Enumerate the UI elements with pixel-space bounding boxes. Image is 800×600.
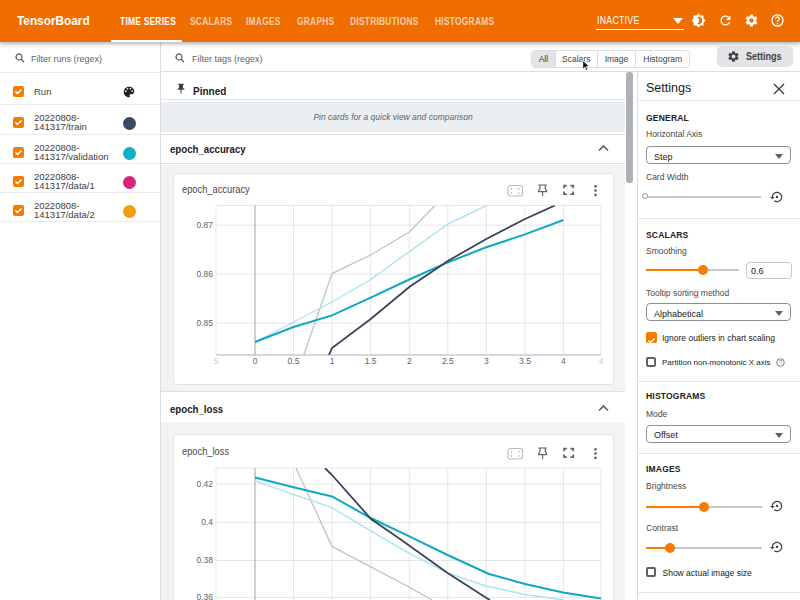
svg-text:0.5: 0.5 (288, 356, 300, 366)
svg-text:2.5: 2.5 (442, 356, 454, 366)
svg-text:1: 1 (330, 356, 335, 366)
svg-text:0.4: 0.4 (201, 517, 213, 527)
svg-text:0.36: 0.36 (196, 592, 213, 600)
svg-text:0.42: 0.42 (196, 479, 213, 489)
svg-text:0.87: 0.87 (196, 220, 213, 230)
svg-text:4: 4 (599, 356, 604, 366)
svg-text:4: 4 (561, 356, 566, 366)
svg-text:3.5: 3.5 (519, 356, 531, 366)
svg-text:0.86: 0.86 (196, 269, 213, 279)
svg-text:1.5: 1.5 (365, 356, 377, 366)
svg-text:0.38: 0.38 (196, 555, 213, 565)
svg-text:0.85: 0.85 (196, 318, 213, 328)
svg-text:3: 3 (484, 356, 489, 366)
svg-text:5: 5 (214, 356, 219, 366)
svg-text:2: 2 (407, 356, 412, 366)
svg-text:?: ? (779, 360, 782, 365)
svg-text:0: 0 (253, 356, 258, 366)
